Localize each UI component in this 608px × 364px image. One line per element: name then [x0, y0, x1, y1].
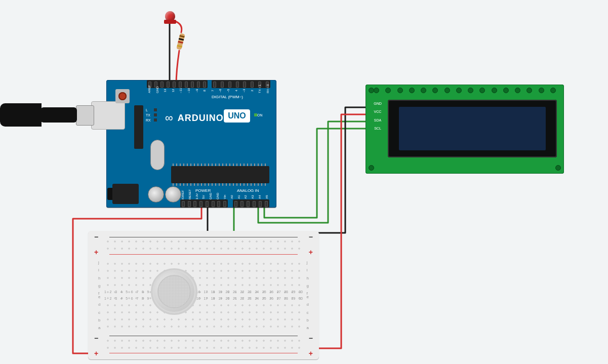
label-digital: DIGITAL (PWM~): [212, 95, 243, 99]
label-power: POWER: [195, 188, 211, 193]
top-rail-holes[interactable]: [104, 238, 303, 253]
led-rx-indicator: [154, 118, 157, 122]
lcd-corner-hole: [369, 165, 374, 171]
row-labels-top-right: jihgf: [307, 260, 309, 296]
rail-line-bot-minus: [109, 336, 298, 336]
lcd-pin-labels: GND VCC SDA SCL: [373, 102, 383, 130]
lcd-pin-sda: SDA: [373, 118, 383, 122]
lcd-frame: [388, 100, 557, 157]
usb-port: [91, 101, 125, 130]
arduino-infinity-icon: ∞: [165, 111, 174, 125]
breadboard[interactable]: − + − + − + − + jihgf jihgf edcba edcba …: [88, 231, 319, 359]
rail-minus-bot-right: −: [309, 334, 313, 342]
row-labels-top-left: jihgf: [98, 260, 100, 296]
analog-header[interactable]: [233, 199, 269, 208]
label-analog: ANALOG IN: [237, 188, 259, 193]
mq-gas-sensor[interactable]: [151, 268, 197, 315]
i2c-lcd-module[interactable]: GND VCC SDA SCL: [366, 85, 564, 174]
lcd-pin-gnd: GND: [373, 102, 383, 105]
lcd-pin-holes: [374, 88, 556, 93]
led-base: [164, 20, 176, 24]
arduino-brand-text: ARDUINO: [178, 113, 224, 124]
wire-a5-to-scl[interactable]: [264, 129, 381, 218]
circuit-canvas[interactable]: ∞ ARDUINO UNO L TX RX ON AREFGND1312~11~…: [0, 0, 608, 364]
usb-cable: [40, 107, 77, 123]
rail-plus-top-left: +: [94, 248, 98, 256]
lcd-corner-hole: [369, 88, 374, 93]
digital-header-2[interactable]: [212, 80, 270, 88]
lcd-screen: [399, 107, 546, 150]
rail-minus-bot-left: −: [94, 334, 98, 342]
wire-a4-to-sda[interactable]: [258, 122, 381, 223]
rail-plus-bot-right: +: [309, 349, 313, 357]
rail-minus-top-left: −: [94, 233, 98, 241]
icsp-header[interactable]: [134, 105, 143, 149]
label-on: ON: [257, 113, 263, 117]
arduino-model-badge: UNO: [224, 109, 250, 123]
rail-line-bot-plus: [109, 353, 298, 353]
red-led-component[interactable]: [165, 11, 179, 25]
rail-line-top-minus: [109, 237, 298, 237]
col-labels-upper: 1234567891011121314151617181920212223242…: [104, 297, 303, 300]
power-analog-pin-labels: IOREFRESET3.3V5VGNDGNDVinA0A1A2A3A4A5: [180, 195, 269, 198]
lcd-pin-scl: SCL: [373, 127, 383, 130]
resistor-led[interactable]: [176, 33, 185, 50]
capacitor-2: [165, 186, 181, 203]
arduino-uno-board[interactable]: ∞ ARDUINO UNO L TX RX ON AREFGND1312~11~…: [106, 80, 276, 208]
barrel-jack: [112, 184, 139, 204]
label-rx: RX: [146, 118, 151, 122]
arduino-logo: ∞ ARDUINO: [165, 111, 224, 125]
rail-minus-top-right: −: [309, 233, 313, 241]
usb-plug: [76, 105, 94, 126]
capacitor-1: [148, 186, 164, 203]
gas-sensor-mesh-icon: [157, 275, 191, 308]
usb-cable-end: [0, 103, 42, 127]
rail-plus-bot-left: +: [94, 349, 98, 357]
crystal-oscillator: [150, 140, 165, 170]
led-L-indicator: [154, 108, 157, 111]
atmega-chip: [171, 166, 269, 183]
rail-plus-top-right: +: [309, 248, 313, 256]
label-tx: TX: [146, 113, 150, 117]
led-tx-indicator: [154, 113, 157, 116]
row-labels-bot-left: edcba: [98, 295, 100, 330]
label-L: L: [146, 108, 148, 112]
row-labels-bot-right: edcba: [307, 295, 309, 330]
digital-pin-labels: AREFGND1312~11~10~987~6~54~32TX→1RX←0: [147, 89, 270, 92]
lcd-corner-hole: [555, 165, 561, 171]
rail-line-top-plus: [109, 254, 298, 255]
reset-button[interactable]: [115, 89, 130, 103]
lcd-pin-vcc: VCC: [373, 110, 383, 113]
col-labels-lower: 1234567891011121314151617181920212223242…: [104, 290, 303, 294]
bot-rail-holes[interactable]: [104, 337, 303, 352]
power-header[interactable]: [180, 199, 228, 208]
